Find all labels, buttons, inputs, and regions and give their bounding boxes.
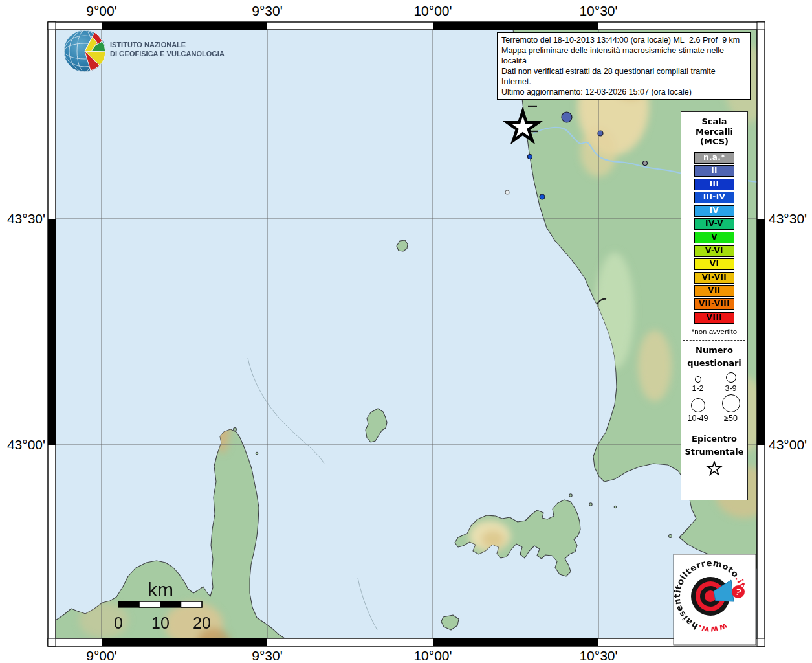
ingv-name-line1: ISTITUTO NAZIONALE: [110, 40, 225, 49]
questionnaire-sizes: 1-23-910-49≥50: [681, 372, 747, 424]
axis-label-bottom-10-00: 10°00': [413, 648, 452, 663]
questionnaire-size-label: 10-49: [688, 414, 708, 423]
islet: [569, 494, 572, 497]
legend-title: Scala Mercalli (MCS): [681, 117, 747, 147]
legend-chip-iv-v: IV-V: [694, 218, 734, 230]
legend-chip-v: V: [694, 232, 734, 243]
legend-footnote: *non avvertito: [681, 328, 747, 335]
axis-label-left-43-00: 43°00': [0, 437, 45, 453]
axis-label-top-10-30: 10°30': [579, 3, 617, 19]
legend-chip-vii: VII: [694, 285, 734, 297]
islet: [589, 503, 592, 506]
legend-chip-iii: III: [694, 179, 734, 190]
axis-label-bottom-9-00: 9°00': [86, 648, 116, 663]
axis-label-bottom-9-30: 9°30': [252, 648, 282, 663]
scale-tick-20: 20: [193, 614, 211, 632]
islet: [614, 506, 617, 508]
legend-chip-vi-vii: VI-VII: [694, 272, 734, 284]
data-disclaimer-line: Dati non verificati estratti da 28 quest…: [501, 66, 746, 87]
legend-chip-v-vi: V-VI: [694, 245, 734, 257]
legend-divider-2: [683, 429, 745, 429]
legend-chip-viii: VIII: [694, 312, 734, 324]
questionnaire-title-line1: Numero: [681, 344, 747, 357]
questionnaire-size-circle: [722, 394, 740, 412]
intensity-point-n-a-: [643, 161, 648, 166]
legend-divider: [683, 340, 745, 341]
questionnaire-title-line2: questionari: [681, 357, 747, 370]
ingv-institute-name: ISTITUTO NAZIONALE DI GEOFISICA E VULCAN…: [110, 40, 225, 59]
intensity-point-ii: [598, 131, 603, 136]
legend-chip-vi: VI: [694, 258, 734, 270]
questionnaire-size-item: 10-49: [681, 394, 714, 423]
axis-label-bottom-10-30: 10°30': [579, 648, 617, 663]
axis-label-top-9-00: 9°00': [86, 3, 116, 19]
islet-meloria: [505, 190, 509, 194]
legend-chip-iii-iv: III-IV: [694, 192, 734, 203]
questionnaire-size-circle: [691, 398, 705, 412]
questionnaire-size-label: 1-2: [692, 384, 703, 393]
islet: [256, 452, 258, 455]
event-summary-line: Terremoto del 18-10-2013 13:44:00 (ora l…: [501, 35, 746, 45]
axis-label-left-43-30: 43°30': [0, 211, 45, 227]
legend-chips: n.a.*IIIIIIII-IVIVIV-VVV-VIVIVI-VIIVIIVI…: [681, 152, 747, 324]
epicenter-title-line1: Epicentro: [681, 433, 747, 445]
ingv-macroseismic-map-page: km 0 10 20: [0, 0, 812, 663]
legend-chip-vii-viii: VII-VIII: [694, 298, 734, 310]
axis-label-top-10-00: 10°00': [413, 3, 452, 19]
questionnaire-size-label: ≥50: [724, 414, 738, 423]
legend-chip-ii: II: [694, 165, 734, 177]
map-description-line: Mappa preliminare delle intensità macros…: [501, 45, 746, 66]
islet: [669, 535, 672, 538]
event-title-box: Terremoto del 18-10-2013 13:44:00 (ora l…: [497, 32, 751, 100]
last-update-line: Ultimo aggiornamento: 12-03-2026 15:07 (…: [501, 87, 746, 97]
questionnaire-size-label: 3-9: [725, 384, 736, 393]
questionnaire-size-circle: [695, 376, 701, 383]
scale-tick-0: 0: [114, 614, 123, 632]
legend-panel: Scala Mercalli (MCS) n.a.*IIIIIIII-IVIVI…: [681, 111, 748, 500]
axis-label-right-43-00: 43°00': [769, 437, 807, 453]
legend-chip-iv: IV: [694, 205, 734, 217]
epicenter-title-line2: Strumentale: [681, 445, 747, 458]
islet: [234, 428, 237, 431]
questionnaire-size-item: 1-2: [681, 372, 714, 393]
ingv-name-line2: DI GEOFISICA E VULCANOLOGIA: [110, 49, 225, 58]
scale-unit-label: km: [148, 579, 173, 600]
ingv-logo: [64, 30, 105, 72]
questionnaire-size-circle: [726, 372, 736, 383]
intensity-point-iii-iv: [528, 155, 532, 159]
legend-epicenter-star: [681, 461, 747, 479]
questionnaire-size-item: 3-9: [714, 372, 747, 393]
axis-label-right-43-30: 43°30': [769, 211, 807, 227]
legend-star-icon: [706, 461, 723, 477]
questionnaire-size-item: ≥50: [714, 394, 747, 423]
legend-chip-n-a-: n.a.*: [694, 152, 734, 164]
intensity-point-iii-iv: [540, 194, 545, 199]
axis-label-top-9-30: 9°30': [252, 3, 282, 19]
intensity-point-ii: [562, 112, 572, 122]
scale-tick-10: 10: [151, 614, 170, 632]
haisentito-watermark: ? www.haisentitoilterremoto.it: [672, 554, 756, 645]
